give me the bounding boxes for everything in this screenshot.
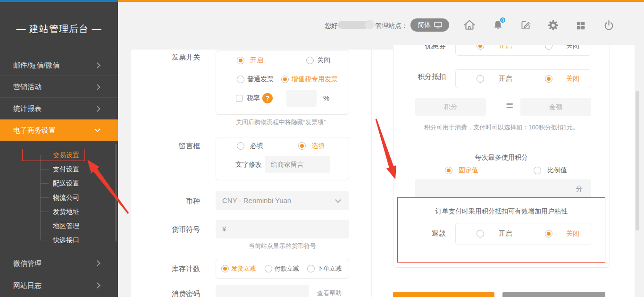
sidebar-item-label: 网站日志 bbox=[13, 274, 42, 297]
invoice-on-label[interactable]: 开启 bbox=[250, 56, 263, 65]
msg-optional-radio[interactable] bbox=[298, 142, 306, 150]
coupon-label: 优惠券 bbox=[406, 45, 446, 51]
tax-unit-label: % bbox=[323, 94, 329, 102]
cancel-button[interactable] bbox=[502, 292, 605, 297]
sidebar-scrollbar[interactable] bbox=[115, 144, 117, 242]
amount-input[interactable]: 金额 bbox=[520, 98, 591, 116]
sidebar-item-label: 营销活动 bbox=[13, 76, 42, 98]
max-points-input[interactable]: 分 bbox=[415, 179, 591, 198]
manage-site-label: 管理站点： bbox=[375, 22, 408, 30]
username-redacted bbox=[338, 21, 369, 29]
chevron-right-icon bbox=[94, 106, 100, 112]
coupon-off-label[interactable]: 关闭 bbox=[566, 45, 579, 50]
points-deduct-label: 积分抵扣 bbox=[406, 72, 446, 81]
tax-rate-checkbox[interactable] bbox=[236, 95, 243, 102]
points-settings-section: 优惠券 开启 关闭 积分抵扣 开启 关闭 积分 = 金额 积分可用于消费，支付时… bbox=[387, 45, 619, 297]
currency-symbol-input[interactable]: ¥ bbox=[216, 220, 349, 238]
points-input[interactable]: 积分 bbox=[415, 98, 486, 116]
currency-select[interactable]: CNY - Renminbi Yuan bbox=[216, 191, 349, 210]
fixed-value-label[interactable]: 固定值 bbox=[459, 166, 478, 175]
logout-power-icon[interactable] bbox=[602, 19, 615, 32]
invoice-help-text: 关闭后购物流程中将隐藏“发票项” bbox=[210, 118, 351, 127]
submenu-item-region-management[interactable]: 地区管理 bbox=[53, 221, 79, 230]
tax-rate-label[interactable]: 税率 bbox=[247, 94, 260, 102]
refund-on-label[interactable]: 开启 bbox=[499, 229, 512, 238]
stock-pay-label[interactable]: 付款立减 bbox=[275, 264, 299, 273]
stock-order-radio[interactable] bbox=[307, 265, 315, 272]
points-deduct-on-label[interactable]: 开启 bbox=[499, 75, 512, 83]
submenu-tree-tick bbox=[41, 240, 49, 240]
submenu-item-logistics-company[interactable]: 物流公司 bbox=[53, 193, 79, 202]
topbar: 您好 管理站点： 简体 0 bbox=[118, 2, 644, 45]
ratio-value-label[interactable]: 比例值 bbox=[547, 166, 567, 175]
invoice-normal-radio[interactable] bbox=[237, 76, 244, 83]
stock-order-label[interactable]: 下单立减 bbox=[317, 264, 342, 273]
stock-pay-radio[interactable] bbox=[265, 265, 272, 272]
points-deduct-off-radio[interactable] bbox=[545, 75, 552, 83]
points-deduct-on-radio[interactable] bbox=[477, 75, 484, 83]
sidebar-item-wechat-management[interactable]: 微信管理 bbox=[0, 252, 118, 274]
stock-ship-label[interactable]: 发货立减 bbox=[231, 264, 256, 273]
card-top-gap bbox=[131, 45, 393, 50]
invoice-off-label[interactable]: 关闭 bbox=[317, 56, 330, 65]
submenu-tree-tick bbox=[41, 226, 49, 226]
submenu-item-shipping-address[interactable]: 发货地址 bbox=[53, 207, 79, 216]
notification-badge: 0 bbox=[499, 17, 506, 24]
invoice-normal-label[interactable]: 普通发票 bbox=[247, 75, 274, 84]
msg-text-input[interactable]: 给商家留言 bbox=[265, 156, 330, 173]
submenu-item-express-interface[interactable]: 快递接口 bbox=[53, 235, 79, 245]
sidebar-item-label: 邮件/短信/微信 bbox=[13, 54, 59, 76]
refund-on-radio[interactable] bbox=[477, 230, 484, 238]
site-switcher-label: 简体 bbox=[418, 21, 431, 29]
consume-password-input[interactable] bbox=[216, 285, 309, 297]
invoice-switch-label: 发票开关 bbox=[151, 53, 200, 62]
points-note-text: 订单支付时采用积分抵扣可有效增加用户粘性 bbox=[393, 207, 610, 216]
settings-gear-icon[interactable] bbox=[547, 19, 560, 32]
msg-optional-label[interactable]: 选填 bbox=[311, 142, 325, 150]
invoice-on-radio[interactable] bbox=[237, 57, 244, 64]
sidebar-item-site-log[interactable]: 网站日志 bbox=[0, 274, 118, 297]
sidebar-item-label: 电子商务设置 bbox=[13, 119, 56, 141]
coupon-on-label[interactable]: 开启 bbox=[499, 45, 512, 50]
sidebar-item-ecommerce-settings[interactable]: 电子商务设置 bbox=[0, 119, 118, 141]
chevron-right-icon bbox=[94, 62, 100, 68]
msg-required-label[interactable]: 必填 bbox=[250, 142, 263, 150]
apps-grid-icon[interactable] bbox=[575, 19, 587, 32]
content-scrollbar[interactable] bbox=[636, 91, 639, 230]
invoice-vat-label[interactable]: 增值税专用发票 bbox=[292, 75, 338, 84]
msg-required-radio[interactable] bbox=[237, 142, 244, 150]
sidebar-item-marketing[interactable]: 营销活动 bbox=[0, 76, 118, 97]
refund-off-label[interactable]: 关闭 bbox=[566, 229, 579, 238]
sidebar-item-mail-sms-wechat[interactable]: 邮件/短信/微信 bbox=[0, 54, 118, 76]
site-switcher-button[interactable]: 简体 bbox=[410, 18, 449, 32]
chevron-right-icon bbox=[94, 282, 100, 289]
submenu-item-trade-settings[interactable]: 交易设置 bbox=[53, 150, 79, 160]
stock-count-label: 库存计数 bbox=[151, 264, 200, 273]
avatar bbox=[365, 20, 375, 29]
currency-label: 币种 bbox=[151, 197, 200, 206]
fixed-value-radio[interactable] bbox=[445, 167, 452, 174]
help-question-icon[interactable]: ? bbox=[262, 93, 273, 103]
msg-edit-label: 文字修改 bbox=[235, 161, 262, 169]
refund-off-radio[interactable] bbox=[545, 230, 552, 238]
home-icon[interactable] bbox=[462, 18, 477, 32]
currency-symbol-label: 货币符号 bbox=[151, 225, 200, 234]
sidebar-item-statistics[interactable]: 统计报表 bbox=[0, 97, 118, 119]
tax-rate-input[interactable] bbox=[286, 90, 317, 107]
submenu-tree-tick bbox=[41, 169, 49, 170]
edit-icon[interactable] bbox=[519, 19, 532, 31]
submenu-item-payment-settings[interactable]: 支付设置 bbox=[53, 164, 79, 174]
points-deduct-off-label[interactable]: 关闭 bbox=[566, 75, 579, 83]
invoice-vat-radio[interactable] bbox=[281, 76, 289, 83]
view-help-link[interactable]: 查看帮助 bbox=[317, 289, 342, 297]
ratio-value-radio[interactable] bbox=[534, 167, 541, 174]
invoice-off-radio[interactable] bbox=[306, 57, 314, 64]
message-box-label: 留言框 bbox=[151, 142, 200, 151]
column-divider bbox=[371, 50, 372, 297]
stock-ship-radio[interactable] bbox=[221, 265, 229, 272]
currency-symbol-help: 当前站点显示的货币符号 bbox=[216, 242, 349, 250]
save-button[interactable] bbox=[393, 292, 494, 297]
max-points-title: 每次最多使用积分 bbox=[393, 153, 610, 162]
sidebar-item-label: 微信管理 bbox=[13, 252, 42, 274]
submenu-item-delivery-settings[interactable]: 配送设置 bbox=[53, 178, 79, 188]
